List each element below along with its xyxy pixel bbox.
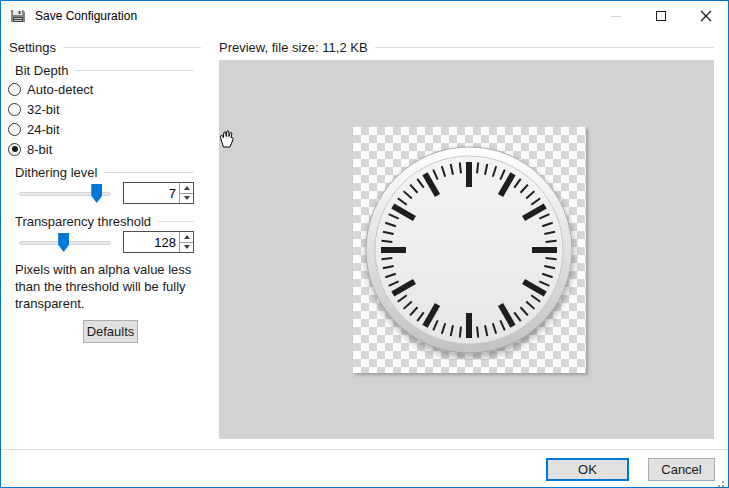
transparency-group-label: Transparency threshold	[15, 214, 151, 229]
preview-group-header: Preview, file size: 11,2 KB	[219, 40, 714, 55]
dithering-spin-down-button[interactable]	[180, 194, 193, 204]
settings-group-rule	[63, 47, 201, 48]
radio-label: 32-bit	[27, 102, 60, 117]
preview-image-clock	[353, 127, 586, 373]
caption-buttons	[593, 1, 728, 31]
dithering-slider[interactable]	[19, 184, 111, 204]
radio-8-bit[interactable]: 8-bit	[8, 141, 52, 157]
ok-button[interactable]: OK	[546, 458, 629, 481]
close-icon	[700, 10, 712, 22]
preview-panel[interactable]	[219, 60, 714, 439]
dithering-spinbox	[123, 182, 194, 204]
maximize-icon	[656, 11, 666, 21]
transparency-spinbox	[123, 231, 194, 253]
resize-grip[interactable]	[722, 481, 724, 483]
transparency-value-input[interactable]	[124, 232, 179, 252]
transparency-group-header: Transparency threshold	[15, 214, 194, 229]
transparency-spin-up-button[interactable]	[180, 232, 193, 243]
transparency-slider[interactable]	[19, 233, 111, 253]
bit-depth-group-header: Bit Depth	[15, 63, 194, 78]
clock-face-image	[359, 140, 579, 360]
footer-separator	[1, 449, 728, 450]
pan-hand-cursor-icon	[216, 126, 236, 150]
dithering-spin-up-button[interactable]	[180, 183, 193, 194]
radio-circle-selected-icon	[8, 143, 21, 156]
dithering-group-header: Dithering level	[15, 165, 194, 180]
maximize-button[interactable]	[638, 1, 683, 31]
titlebar[interactable]: Save Configuration	[1, 1, 728, 31]
window-title: Save Configuration	[35, 9, 137, 23]
transparency-spin-buttons	[179, 232, 193, 252]
radio-label: 24-bit	[27, 122, 60, 137]
dithering-spin-buttons	[179, 183, 193, 203]
transparency-note: Pixels with an alpha value less than the…	[15, 261, 199, 312]
radio-label: Auto-detect	[27, 82, 94, 97]
settings-group-label: Settings	[9, 40, 56, 55]
close-button[interactable]	[683, 1, 728, 31]
arrow-up-icon	[184, 186, 190, 190]
defaults-button[interactable]: Defaults	[83, 320, 138, 343]
preview-group-label: Preview, file size: 11,2 KB	[219, 40, 368, 55]
transparency-group-rule	[158, 221, 194, 222]
radio-auto-detect[interactable]: Auto-detect	[8, 81, 94, 97]
dithering-group-rule	[104, 172, 194, 173]
transparency-spin-down-button[interactable]	[180, 243, 193, 253]
dithering-group-label: Dithering level	[15, 165, 97, 180]
save-configuration-dialog: Save Configuration Settings Bit Depth Au…	[0, 0, 729, 488]
dithering-value-input[interactable]	[124, 183, 179, 203]
cancel-button[interactable]: Cancel	[648, 458, 715, 481]
bit-depth-group-label: Bit Depth	[15, 63, 68, 78]
arrow-down-icon	[184, 196, 190, 200]
arrow-up-icon	[184, 235, 190, 239]
settings-group-header: Settings	[9, 40, 201, 55]
radio-circle-icon	[8, 83, 21, 96]
radio-circle-icon	[8, 123, 21, 136]
preview-group-rule	[375, 47, 714, 48]
radio-32-bit[interactable]: 32-bit	[8, 101, 60, 117]
minimize-icon	[611, 16, 621, 17]
minimize-button	[593, 1, 638, 31]
radio-circle-icon	[8, 103, 21, 116]
radio-24-bit[interactable]: 24-bit	[8, 121, 60, 137]
radio-label: 8-bit	[27, 142, 52, 157]
bit-depth-group-rule	[75, 70, 194, 71]
dithering-slider-thumb[interactable]	[91, 184, 102, 203]
arrow-down-icon	[184, 245, 190, 249]
transparency-slider-thumb[interactable]	[58, 233, 69, 252]
floppy-disk-save-icon	[10, 8, 26, 24]
